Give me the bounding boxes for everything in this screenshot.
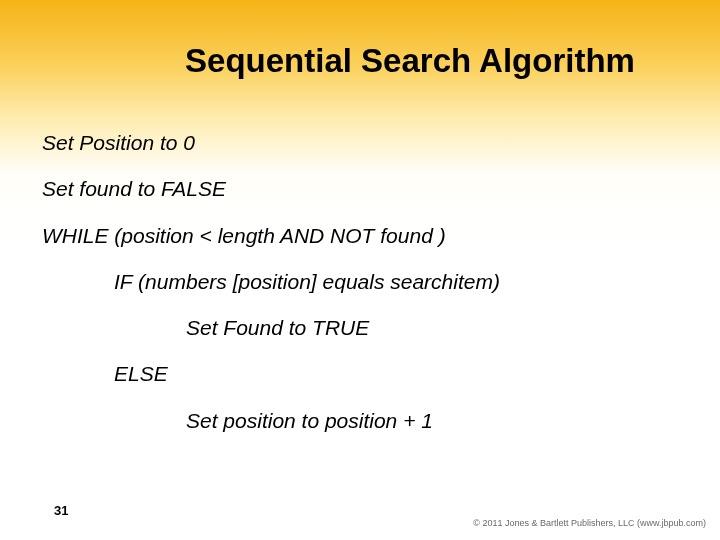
pseudocode-line: WHILE (position < length AND NOT found ) [42, 223, 678, 249]
pseudocode-line: Set Position to 0 [42, 130, 678, 156]
pseudocode-line: IF (numbers [position] equals searchitem… [42, 269, 678, 295]
pseudocode-line: Set Found to TRUE [42, 315, 678, 341]
slide: Sequential Search Algorithm Set Position… [0, 0, 720, 540]
pseudocode-line: ELSE [42, 361, 678, 387]
slide-body: Set Position to 0 Set found to FALSE WHI… [42, 130, 678, 454]
page-number: 31 [54, 503, 68, 518]
pseudocode-line: Set position to position + 1 [42, 408, 678, 434]
pseudocode-line: Set found to FALSE [42, 176, 678, 202]
slide-title: Sequential Search Algorithm [0, 42, 720, 80]
copyright-footer: © 2011 Jones & Bartlett Publishers, LLC … [473, 518, 706, 528]
